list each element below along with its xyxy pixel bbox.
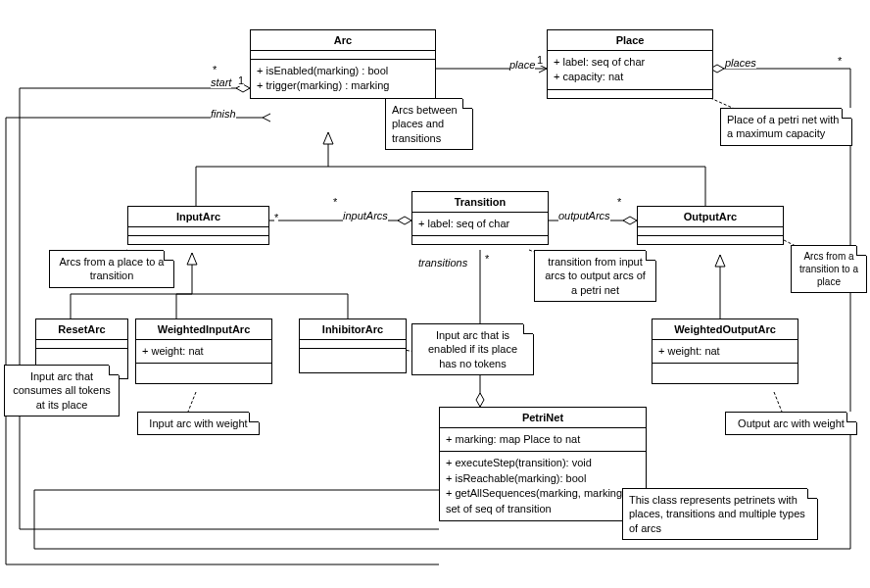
- class-title: Place: [548, 30, 712, 51]
- class-title: Transition: [412, 192, 548, 213]
- class-petrinet: PetriNet + marking: map Place to nat + e…: [439, 407, 647, 521]
- class-weightedoutputarc: WeightedOutputArc + weight: nat: [652, 318, 798, 384]
- op: + getAllSequences(marking, marking) : se…: [446, 486, 640, 516]
- assoc-start: start: [211, 76, 231, 88]
- assoc-transitions: transitions: [418, 257, 467, 269]
- op: + trigger(marking) : marking: [257, 78, 429, 93]
- class-title: WeightedInputArc: [136, 319, 271, 340]
- mult: *: [838, 55, 842, 67]
- class-title: InputArc: [128, 207, 268, 227]
- note-outputarc: Arcs from a transition to a place: [791, 245, 867, 293]
- note-inputarc: Arcs from a place to a transition: [49, 250, 174, 288]
- op: + isReachable(marking): bool: [446, 471, 640, 486]
- mult: *: [617, 196, 621, 208]
- attr: + label: seq of char: [418, 217, 542, 231]
- class-inputarc: InputArc: [127, 206, 269, 245]
- assoc-place: place: [509, 59, 535, 71]
- class-title: ResetArc: [36, 319, 127, 340]
- assoc-outputarcs: outputArcs: [558, 210, 610, 221]
- class-title: Arc: [251, 30, 435, 51]
- mult: 1: [238, 74, 244, 86]
- svg-marker-8: [476, 393, 484, 407]
- class-title: PetriNet: [440, 408, 646, 428]
- class-weightedinputarc: WeightedInputArc + weight: nat: [135, 318, 272, 384]
- assoc-inputarcs: inputArcs: [343, 210, 388, 221]
- note-place: Place of a petri net with a maximum capa…: [720, 108, 852, 146]
- note-transition: transition from input arcs to output arc…: [534, 250, 656, 302]
- note-weightedoutputarc: Output arc with weight: [725, 412, 857, 435]
- class-title: OutputArc: [638, 207, 783, 227]
- note-resetarc: Input arc that consumes all tokens at it…: [4, 365, 120, 416]
- note-inhibitorarc: Input arc that is enabled if its place h…: [411, 323, 534, 375]
- class-place: Place + label: seq of char + capacity: n…: [547, 29, 713, 99]
- svg-marker-4: [398, 217, 411, 224]
- assoc-finish: finish: [211, 108, 236, 120]
- note-weightedinputarc: Input arc with weight: [137, 412, 260, 435]
- class-transition: Transition + label: seq of char: [411, 191, 549, 245]
- mult: *: [485, 253, 489, 265]
- op: + isEnabled(marking) : bool: [257, 64, 429, 78]
- assoc-places: places: [725, 57, 756, 69]
- class-title: WeightedOutputArc: [652, 319, 798, 340]
- mult: 1: [537, 54, 543, 66]
- class-inhibitorarc: InhibitorArc: [299, 318, 407, 373]
- mult: *: [333, 196, 337, 208]
- op: + executeStep(transition): void: [446, 456, 640, 470]
- svg-marker-6: [623, 217, 637, 224]
- class-title: InhibitorArc: [300, 319, 406, 340]
- mult: *: [213, 64, 217, 75]
- note-arc: Arcs between places and transitions: [385, 98, 473, 150]
- class-outputarc: OutputArc: [637, 206, 784, 245]
- attr: + label: seq of char: [554, 55, 706, 70]
- attr: + capacity: nat: [554, 70, 706, 84]
- mult: *: [274, 212, 278, 223]
- attr: + weight: nat: [658, 344, 792, 359]
- note-petrinet: This class represents petrinets with pla…: [622, 488, 818, 540]
- class-arc: Arc + isEnabled(marking) : bool + trigge…: [250, 29, 436, 99]
- attr: + weight: nat: [142, 344, 266, 359]
- attr: + marking: map Place to nat: [446, 432, 640, 447]
